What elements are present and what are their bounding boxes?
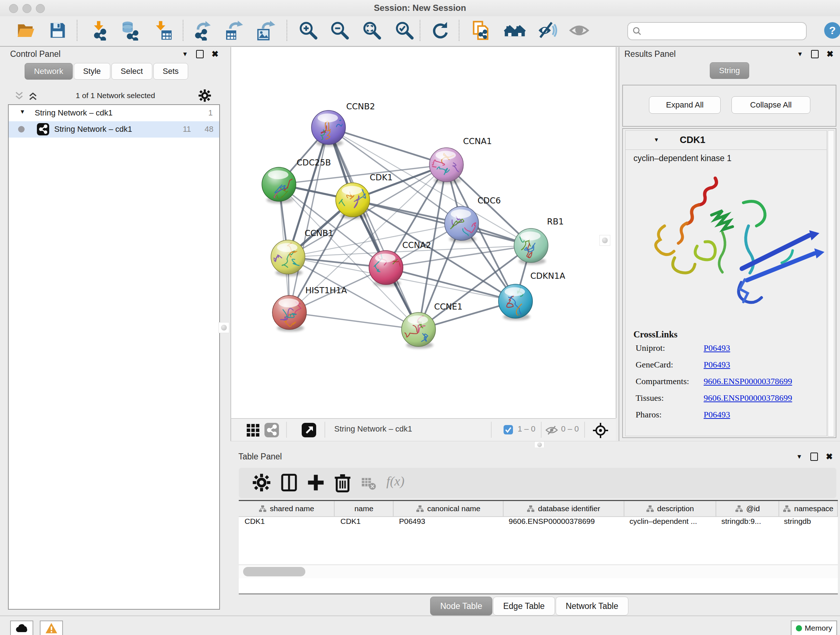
node-CCNA1[interactable]: [429, 148, 463, 184]
save-session-button[interactable]: [46, 19, 69, 42]
crosslink-link[interactable]: 9606.ENSP00000378699: [704, 393, 792, 403]
node-RB1[interactable]: [513, 228, 548, 264]
open-session-button[interactable]: [14, 19, 37, 42]
column-header-database-identifier[interactable]: database identifier: [504, 501, 624, 516]
gear-icon[interactable]: [198, 89, 211, 102]
cell-id[interactable]: stringdb:9...: [715, 517, 778, 532]
tab-select[interactable]: Select: [111, 63, 152, 80]
table-row[interactable]: CDK1CDK1P064939606.ENSP00000378699cyclin…: [239, 517, 838, 532]
table-settings-gear-icon[interactable]: [252, 473, 271, 492]
column-header-namespace[interactable]: namespace: [779, 501, 838, 516]
node-CCNB1[interactable]: [271, 240, 305, 276]
column-header-description[interactable]: description: [624, 501, 716, 516]
first-neighbors-button[interactable]: [470, 19, 493, 42]
show-all-button[interactable]: [568, 19, 591, 42]
expand-all-button[interactable]: Expand All: [649, 96, 721, 114]
splitter-handle[interactable]: [218, 322, 229, 333]
tree-expand-icon[interactable]: ▼: [19, 109, 25, 115]
cell-shared-name[interactable]: CDK1: [239, 517, 335, 532]
panel-menu-icon[interactable]: ▼: [182, 51, 188, 58]
apply-layout-button[interactable]: [429, 19, 452, 42]
node-attribute-table[interactable]: shared namenamecanonical namedatabase id…: [239, 500, 838, 594]
network-collection-row[interactable]: ▼ String Network – cdk1 1: [9, 105, 219, 121]
node-CCNE1[interactable]: [401, 312, 436, 348]
cloud-status-button[interactable]: [10, 621, 33, 635]
cell-database-identifier[interactable]: 9606.ENSP00000378699: [503, 517, 624, 532]
zoom-selected-button[interactable]: [393, 19, 415, 42]
tab-style[interactable]: Style: [74, 63, 111, 80]
memory-button[interactable]: Memory: [791, 621, 837, 635]
tab-node-table[interactable]: Node Table: [430, 597, 493, 616]
node-CDC25B[interactable]: [262, 167, 296, 203]
panel-close-icon[interactable]: ✖: [827, 51, 834, 57]
cell-namespace[interactable]: stringdb: [778, 517, 836, 532]
birds-eye-view-icon[interactable]: [302, 423, 316, 437]
tab-sets[interactable]: Sets: [153, 63, 188, 80]
hide-unselected-button[interactable]: [536, 19, 559, 42]
edge-CCNB2-CCNE1[interactable]: [328, 127, 418, 329]
scrollbar-thumb[interactable]: [243, 567, 305, 576]
edge-CDK1-RB1[interactable]: [353, 200, 531, 245]
help-button[interactable]: ?: [821, 19, 840, 42]
network-row-selected[interactable]: String Network – cdk1 11 48: [9, 121, 219, 138]
results-scrollbar[interactable]: [828, 130, 834, 437]
tab-network-table[interactable]: Network Table: [556, 597, 628, 616]
node-HIST1H1A[interactable]: [272, 295, 306, 332]
network-graph[interactable]: CCNB2CCNA1CDC25BCDK1CDC6RB1CCNB1CCNA2CDK…: [231, 47, 616, 418]
panel-close-icon[interactable]: ✖: [212, 51, 218, 57]
import-network-file-button[interactable]: [88, 19, 111, 42]
column-header-name[interactable]: name: [335, 501, 393, 516]
column-header-canonical-name[interactable]: canonical name: [393, 501, 503, 516]
delete-column-trash-icon[interactable]: [333, 473, 352, 492]
search-input[interactable]: [644, 24, 801, 38]
import-table-button[interactable]: [152, 19, 174, 42]
tab-edge-table[interactable]: Edge Table: [493, 597, 555, 616]
network-canvas[interactable]: CCNB2CCNA1CDC25BCDK1CDC6RB1CCNB1CCNA2CDK…: [231, 47, 616, 418]
string-view-icon[interactable]: [264, 423, 279, 437]
crosslink-link[interactable]: 9606.ENSP00000378699: [704, 377, 792, 386]
zoom-out-button[interactable]: [328, 19, 351, 42]
tab-network[interactable]: Network: [25, 63, 73, 80]
export-network-button[interactable]: [191, 19, 213, 42]
column-header-shared-name[interactable]: shared name: [239, 501, 335, 516]
panel-menu-icon[interactable]: ▼: [796, 453, 802, 461]
import-network-from-database-button[interactable]: [119, 19, 142, 42]
node-CDC6[interactable]: [445, 206, 481, 242]
protein-header[interactable]: ▼ CDK1: [625, 130, 827, 150]
panel-menu-icon[interactable]: ▼: [797, 51, 803, 58]
collapse-section-icon[interactable]: ▼: [654, 136, 659, 143]
string-home-button[interactable]: [504, 19, 526, 42]
cell-description[interactable]: cyclin–dependent ...: [624, 517, 715, 532]
zoom-in-button[interactable]: [297, 19, 319, 42]
edge-CCNB2-CCNA1[interactable]: [328, 127, 447, 165]
panel-close-icon[interactable]: ✖: [826, 453, 833, 460]
node-CCNB2[interactable]: [305, 111, 346, 147]
splitter-handle[interactable]: [600, 235, 610, 246]
grid-view-icon[interactable]: [246, 424, 260, 437]
node-CCNA2[interactable]: [369, 248, 406, 287]
tab-string[interactable]: String: [710, 62, 749, 79]
column-header-id[interactable]: @id: [716, 501, 779, 516]
table-horizontal-scrollbar[interactable]: [239, 564, 838, 578]
crosslink-link[interactable]: P06493: [704, 343, 730, 353]
add-column-icon[interactable]: [306, 473, 325, 492]
edge-HIST1H1A-CCNE1[interactable]: [289, 312, 418, 329]
cell-name[interactable]: CDK1: [335, 517, 393, 532]
node-CDK1[interactable]: [336, 183, 370, 219]
selected-checkbox-icon[interactable]: [503, 424, 513, 435]
collapse-all-button[interactable]: Collapse All: [731, 96, 810, 114]
warnings-button[interactable]: [40, 621, 63, 635]
crosslink-link[interactable]: P06493: [704, 410, 730, 420]
panel-float-icon[interactable]: [196, 50, 204, 58]
export-image-button[interactable]: [254, 19, 277, 42]
export-table-button[interactable]: [223, 19, 245, 42]
panel-float-icon[interactable]: [810, 453, 818, 461]
panel-float-icon[interactable]: [811, 50, 819, 58]
fit-content-crosshair-icon[interactable]: [592, 422, 609, 439]
show-columns-icon[interactable]: [279, 473, 299, 492]
zoom-fit-button[interactable]: [360, 19, 383, 42]
crosslink-link[interactable]: P06493: [704, 360, 730, 370]
cell-canonical-name[interactable]: P06493: [393, 517, 503, 532]
horizontal-splitter[interactable]: [231, 441, 840, 448]
edge-CCNB2-HIST1H1A[interactable]: [289, 127, 328, 312]
